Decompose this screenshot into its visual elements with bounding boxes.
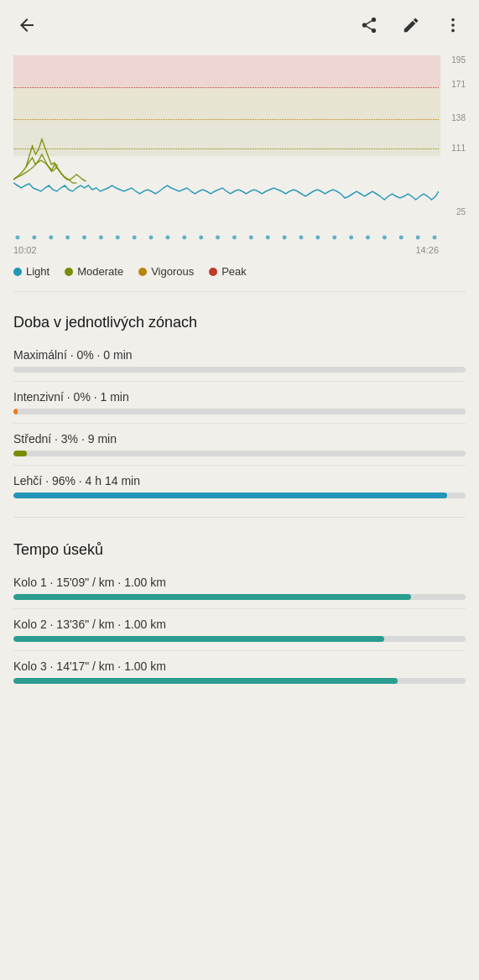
legend-item-peak: Peak xyxy=(209,265,247,278)
svg-point-5 xyxy=(49,236,53,240)
zone-row-intenzivni: Intenzivní · 0% · 1 min xyxy=(0,382,479,420)
zone-label-intenzivni: Intenzivní · 0% · 1 min xyxy=(13,390,466,404)
svg-point-11 xyxy=(149,236,154,240)
svg-point-0 xyxy=(451,18,455,22)
zone-label-maximal: Maximální · 0% · 0 min xyxy=(13,348,466,362)
svg-point-25 xyxy=(383,236,387,240)
svg-point-8 xyxy=(99,236,103,240)
pace-label-3: Kolo 3 · 14'17" / km · 1.00 km xyxy=(13,659,466,673)
zone-row-stredni: Střední · 3% · 9 min xyxy=(0,424,479,461)
x-label-end: 14:26 xyxy=(415,245,439,255)
zone-fill-intenzivni xyxy=(13,409,18,414)
svg-point-3 xyxy=(15,236,19,240)
legend-label-moderate: Moderate xyxy=(77,265,123,278)
legend-item-light: Light xyxy=(13,265,49,278)
zone-fill-stredni xyxy=(13,451,27,456)
edit-icon xyxy=(402,16,420,34)
svg-point-22 xyxy=(332,236,336,240)
pace-label-1: Kolo 1 · 15'09" / km · 1.00 km xyxy=(13,576,466,589)
svg-point-15 xyxy=(216,236,220,240)
zone-track-intenzivni xyxy=(13,409,466,414)
divider-1 xyxy=(13,291,466,292)
legend-dot-light xyxy=(13,268,22,276)
pace-label-2: Kolo 2 · 13'36" / km · 1.00 km xyxy=(13,618,466,631)
heart-rate-chart xyxy=(13,55,439,232)
legend-label-peak: Peak xyxy=(221,265,247,278)
pace-row-2: Kolo 2 · 13'36" / km · 1.00 km xyxy=(13,609,466,647)
y-label-25: 25 xyxy=(456,207,466,216)
svg-point-4 xyxy=(32,236,36,240)
svg-point-28 xyxy=(433,236,437,240)
chart-dots-row xyxy=(13,232,466,242)
y-label-111: 111 xyxy=(451,143,466,153)
pace-row-1: Kolo 1 · 15'09" / km · 1.00 km xyxy=(13,567,466,605)
legend-dot-vigorous xyxy=(138,268,147,276)
zone-row-lehci: Lehčí · 96% · 4 h 14 min xyxy=(0,466,479,503)
chart-wrap: 195 171 138 111 25 xyxy=(13,55,466,232)
legend-item-vigorous: Vigorous xyxy=(138,265,194,278)
svg-point-9 xyxy=(116,236,120,240)
svg-point-12 xyxy=(165,236,169,240)
header xyxy=(0,0,479,47)
chart-container: 195 171 138 111 25 xyxy=(13,55,466,255)
pace-section: Tempo úseků Kolo 1 · 15'09" / km · 1.00 … xyxy=(0,526,479,689)
legend-dot-moderate xyxy=(65,268,73,276)
divider-2 xyxy=(13,517,466,518)
timeline-dots xyxy=(13,233,439,242)
y-label-138: 138 xyxy=(451,113,466,122)
svg-point-23 xyxy=(349,236,353,240)
zone-label-lehci: Lehčí · 96% · 4 h 14 min xyxy=(13,474,466,487)
header-right xyxy=(357,13,466,38)
legend-label-vigorous: Vigorous xyxy=(151,265,194,278)
chart-legend: Light Moderate Vigorous Peak xyxy=(0,255,479,283)
legend-label-light: Light xyxy=(26,265,49,278)
svg-point-16 xyxy=(232,236,237,240)
svg-point-27 xyxy=(416,236,420,240)
header-left xyxy=(13,12,40,39)
y-label-195: 195 xyxy=(451,55,466,65)
zone-label-stredni: Střední · 3% · 9 min xyxy=(13,432,466,446)
pace-title: Tempo úseků xyxy=(13,538,466,567)
svg-point-13 xyxy=(182,236,186,240)
pace-fill-2 xyxy=(13,636,384,642)
svg-point-26 xyxy=(399,236,404,240)
share-button[interactable] xyxy=(357,13,382,38)
svg-point-1 xyxy=(451,23,455,27)
pace-track-1 xyxy=(13,594,466,600)
svg-point-10 xyxy=(133,236,137,240)
zone-track-maximal xyxy=(13,367,466,373)
svg-point-7 xyxy=(82,236,86,240)
legend-dot-peak xyxy=(209,268,217,276)
svg-point-2 xyxy=(451,29,455,33)
zone-track-lehci xyxy=(13,493,466,498)
zone-fill-lehci xyxy=(13,493,447,498)
pace-fill-3 xyxy=(13,678,398,684)
svg-point-14 xyxy=(199,236,203,240)
edit-button[interactable] xyxy=(398,13,424,38)
pace-row-3: Kolo 3 · 14'17" / km · 1.00 km xyxy=(13,651,466,689)
zones-section: Doba v jednotlivých zónach Maximální · 0… xyxy=(0,300,479,503)
zone-track-stredni xyxy=(13,451,466,456)
svg-point-18 xyxy=(266,236,270,240)
more-button[interactable] xyxy=(440,13,466,38)
svg-point-17 xyxy=(249,236,253,240)
pace-track-3 xyxy=(13,678,466,684)
pace-track-2 xyxy=(13,636,466,642)
svg-point-24 xyxy=(366,236,370,240)
pace-fill-1 xyxy=(13,594,411,600)
x-label-start: 10:02 xyxy=(13,245,37,255)
svg-point-19 xyxy=(283,236,287,240)
share-icon xyxy=(360,16,378,34)
svg-point-20 xyxy=(299,236,303,240)
zone-row-maximal: Maximální · 0% · 0 min xyxy=(0,340,479,378)
more-icon xyxy=(444,16,462,34)
chart-x-axis: 10:02 14:26 xyxy=(13,242,466,255)
y-label-171: 171 xyxy=(451,80,466,89)
svg-point-6 xyxy=(65,236,70,240)
back-button[interactable] xyxy=(13,12,40,39)
legend-item-moderate: Moderate xyxy=(65,265,123,278)
back-icon xyxy=(17,15,37,35)
zones-title: Doba v jednotlivých zónach xyxy=(0,300,479,340)
svg-point-21 xyxy=(315,236,320,240)
